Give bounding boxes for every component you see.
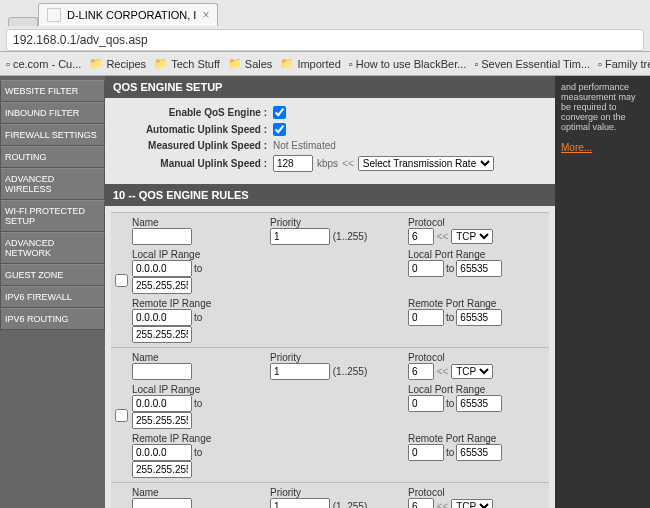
bookmark-item[interactable]: 📁Recipes [89,57,146,70]
local-ip-label: Local IP Range [132,249,262,260]
local-port-label: Local Port Range [408,249,548,260]
tab-other[interactable] [8,17,38,26]
folder-icon: 📁 [154,57,168,70]
sidebar-item[interactable]: ADVANCED NETWORK [0,232,105,264]
local-ip-label: Local IP Range [132,384,262,395]
name-input[interactable] [132,363,192,380]
bookmark-label: Recipes [106,58,146,70]
name-input[interactable] [132,228,192,245]
page: WEBSITE FILTERINBOUND FILTERFIREWALL SET… [0,76,650,508]
enable-checkbox[interactable] [273,106,286,119]
tab-active[interactable]: D-LINK CORPORATION, I × [38,3,218,26]
rule-row: NamePriority (1..255)Protocol << TCPLoca… [111,482,549,508]
bookmark-item[interactable]: 📁Imported [280,57,340,70]
name-label: Name [132,487,262,498]
bookmark-item[interactable]: 📁Sales [228,57,273,70]
help-panel: and performance measurement may be requi… [555,76,650,508]
protocol-select[interactable]: TCP [451,229,493,244]
enable-label: Enable QoS Engine : [113,107,273,118]
folder-icon: 📁 [228,57,242,70]
local-port-hi-input[interactable] [456,395,502,412]
protocol-num-input[interactable] [408,228,434,245]
sidebar-item[interactable]: GUEST ZONE [0,264,105,286]
bookmark-label: Sales [245,58,273,70]
folder-icon: 📁 [89,57,103,70]
bookmark-item[interactable]: 📁Tech Stuff [154,57,220,70]
rate-select[interactable]: Select Transmission Rate [358,156,494,171]
priority-label: Priority [270,487,400,498]
more-link[interactable]: More... [561,142,592,153]
protocol-select[interactable]: TCP [451,364,493,379]
protocol-select[interactable]: TCP [451,499,493,508]
local-port-lo-input[interactable] [408,395,444,412]
sidebar-item[interactable]: IPV6 ROUTING [0,308,105,330]
rule-row: NamePriority (1..255)Protocol << TCPLoca… [111,212,549,347]
close-icon[interactable]: × [202,8,209,22]
auto-checkbox[interactable] [273,123,286,136]
address-bar: 192.168.0.1/adv_qos.asp [0,26,650,54]
manual-speed-input[interactable] [273,155,313,172]
bookmark-label: Imported [297,58,340,70]
name-input[interactable] [132,498,192,508]
sidebar-item[interactable]: WEBSITE FILTER [0,80,105,102]
local-port-lo-input[interactable] [408,260,444,277]
priority-label: Priority [270,352,400,363]
ll-icon: << [437,231,449,242]
sidebar: WEBSITE FILTERINBOUND FILTERFIREWALL SET… [0,76,105,508]
ll-icon: << [437,366,449,377]
protocol-label: Protocol [408,487,548,498]
name-label: Name [132,217,262,228]
auto-label: Automatic Uplink Speed : [113,124,273,135]
remote-port-lo-input[interactable] [408,444,444,461]
measured-label: Measured Uplink Speed : [113,140,273,151]
priority-label: Priority [270,217,400,228]
sidebar-item[interactable]: IPV6 FIREWALL [0,286,105,308]
url-input[interactable]: 192.168.0.1/adv_qos.asp [6,29,644,51]
rules-list: NamePriority (1..255)Protocol << TCPLoca… [105,206,555,508]
priority-hint: (1..255) [333,366,367,377]
sidebar-item[interactable]: WI-FI PROTECTED SETUP [0,200,105,232]
remote-ip-hi-input[interactable] [132,461,192,478]
page-icon: ▫ [6,58,10,70]
protocol-label: Protocol [408,352,548,363]
priority-hint: (1..255) [333,231,367,242]
setup-header: QOS ENGINE SETUP [105,76,555,98]
rule-enable-checkbox[interactable] [115,274,128,287]
remote-port-hi-input[interactable] [456,309,502,326]
sidebar-item[interactable]: INBOUND FILTER [0,102,105,124]
rule-enable-checkbox[interactable] [115,409,128,422]
remote-ip-lo-input[interactable] [132,444,192,461]
remote-port-hi-input[interactable] [456,444,502,461]
remote-ip-label: Remote IP Range [132,433,262,444]
tab-title: D-LINK CORPORATION, I [67,9,196,21]
bookmark-item[interactable]: ▫Seven Essential Tim... [474,58,590,70]
tab-row: D-LINK CORPORATION, I × [0,0,650,26]
folder-icon: 📁 [280,57,294,70]
local-ip-lo-input[interactable] [132,260,192,277]
bookmark-item[interactable]: ▫ce.com - Cu... [6,58,81,70]
remote-ip-lo-input[interactable] [132,309,192,326]
local-ip-hi-input[interactable] [132,277,192,294]
sidebar-item[interactable]: FIREWALL SETTINGS [0,124,105,146]
qos-setup: Enable QoS Engine : Automatic Uplink Spe… [105,98,555,184]
ll-icon: << [437,501,449,508]
name-label: Name [132,352,262,363]
manual-label: Manual Uplink Speed : [113,158,273,169]
bookmark-item[interactable]: ▫Family tree view [598,58,650,70]
protocol-label: Protocol [408,217,548,228]
remote-ip-hi-input[interactable] [132,326,192,343]
priority-input[interactable] [270,498,330,508]
local-port-hi-input[interactable] [456,260,502,277]
bookmark-label: Tech Stuff [171,58,220,70]
sidebar-item[interactable]: ADVANCED WIRELESS [0,168,105,200]
sidebar-item[interactable]: ROUTING [0,146,105,168]
protocol-num-input[interactable] [408,363,434,380]
priority-input[interactable] [270,363,330,380]
priority-input[interactable] [270,228,330,245]
bookmark-label: Family tree view [605,58,650,70]
local-ip-lo-input[interactable] [132,395,192,412]
bookmark-item[interactable]: ▫How to use BlackBer... [349,58,467,70]
remote-port-lo-input[interactable] [408,309,444,326]
protocol-num-input[interactable] [408,498,434,508]
local-ip-hi-input[interactable] [132,412,192,429]
